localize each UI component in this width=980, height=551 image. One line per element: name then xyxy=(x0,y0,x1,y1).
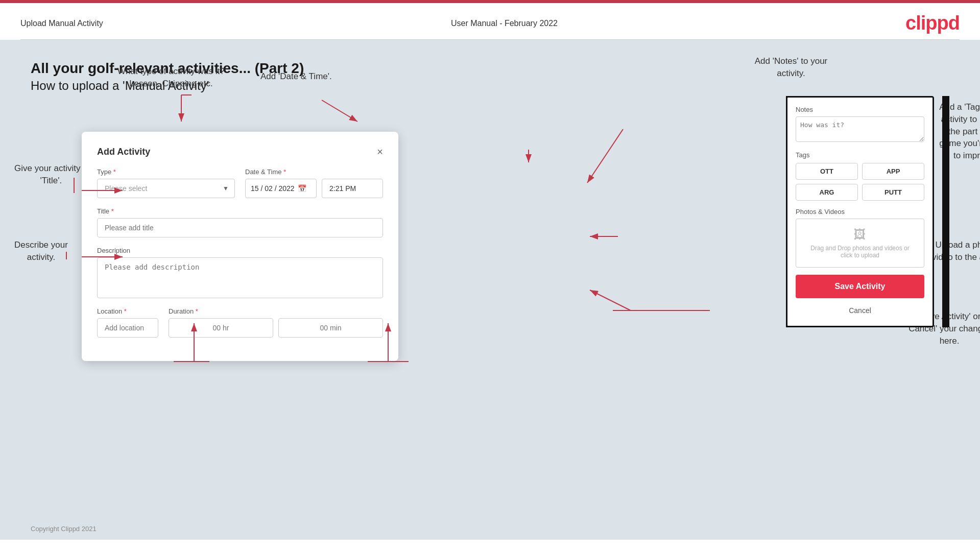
header-right: clippd xyxy=(905,12,960,34)
tag-arg[interactable]: ARG xyxy=(796,184,858,201)
time-input[interactable]: 2:21 PM xyxy=(322,179,383,198)
header: Upload Manual Activity User Manual - Feb… xyxy=(0,3,980,39)
save-activity-button[interactable]: Save Activity xyxy=(796,275,924,298)
datetime-label: Date & Time * xyxy=(245,168,383,176)
notes-label: Notes xyxy=(796,106,924,113)
logo: clippd xyxy=(905,12,960,34)
photos-label: Photos & Videos xyxy=(796,208,924,215)
datetime-group: Date & Time * 15 / 02 / 2022 📅 2:21 PM xyxy=(245,168,383,198)
type-group: Type * Please select ▼ xyxy=(97,168,235,198)
annotation-title: Give your activity a'Title'. xyxy=(14,162,88,187)
description-textarea[interactable] xyxy=(97,257,383,298)
title-input[interactable] xyxy=(97,218,383,237)
title-group: Title * xyxy=(97,207,383,237)
add-activity-dialog: Add Activity × Type * Please select ▼ Da… xyxy=(82,132,398,361)
svg-line-13 xyxy=(587,129,623,183)
dialog-header: Add Activity × xyxy=(97,146,383,158)
duration-group: Duration * xyxy=(169,307,383,338)
location-input[interactable] xyxy=(97,318,158,338)
dialog-close-button[interactable]: × xyxy=(377,146,383,158)
type-datetime-row: Type * Please select ▼ Date & Time * 15 … xyxy=(97,168,383,198)
dialog-wrapper: Add Activity × Type * Please select ▼ Da… xyxy=(82,132,398,361)
phone-screen: Notes Tags OTT APP ARG PUTT Photos & Vid… xyxy=(786,96,934,327)
tags-label: Tags xyxy=(796,151,924,159)
location-label: Location * xyxy=(97,307,158,315)
datetime-inputs: 15 / 02 / 2022 📅 2:21 PM xyxy=(245,179,383,198)
svg-line-3 xyxy=(322,100,357,122)
location-duration-row: Location * Duration * xyxy=(97,307,383,338)
time-value: 2:21 PM xyxy=(329,184,356,193)
phone-panel: Add 'Notes' to youractivity. Add a 'Tag'… xyxy=(786,96,949,327)
annotation-datetime: Add 'Date & Time'. xyxy=(260,70,332,83)
tags-grid: OTT APP ARG PUTT xyxy=(796,163,924,201)
annotation-description: Describe youractivity. xyxy=(14,239,68,263)
description-label: Description xyxy=(97,247,383,254)
description-group: Description xyxy=(97,247,383,298)
photo-drop-text: Drag and Drop photos and videos orclick … xyxy=(804,245,916,259)
location-group: Location * xyxy=(97,307,158,338)
duration-inputs xyxy=(169,318,383,338)
type-label: Type * xyxy=(97,168,235,176)
type-select-wrapper: Please select ▼ xyxy=(97,179,235,198)
annotation-notes: Add 'Notes' to youractivity. xyxy=(735,55,847,80)
phone-side-right xyxy=(942,96,949,327)
cancel-button[interactable]: Cancel xyxy=(796,303,924,318)
header-left: Upload Manual Activity xyxy=(20,19,103,28)
tag-app[interactable]: APP xyxy=(862,163,924,180)
dialog-title: Add Activity xyxy=(97,147,150,157)
photo-drop-zone[interactable]: 🖼 Drag and Drop photos and videos orclic… xyxy=(796,219,924,268)
date-value: 15 / 02 / 2022 xyxy=(251,184,295,193)
date-input[interactable]: 15 / 02 / 2022 📅 xyxy=(245,179,317,198)
header-center: User Manual - February 2022 xyxy=(451,19,558,28)
notes-textarea[interactable] xyxy=(796,116,924,142)
tag-putt[interactable]: PUTT xyxy=(862,184,924,201)
duration-min-input[interactable] xyxy=(278,318,383,338)
photo-icon: 🖼 xyxy=(804,227,916,242)
copyright: Copyright Clippd 2021 xyxy=(31,525,97,533)
svg-line-15 xyxy=(590,290,631,310)
tag-ott[interactable]: OTT xyxy=(796,163,858,180)
phone-container: Notes Tags OTT APP ARG PUTT Photos & Vid… xyxy=(786,96,949,327)
main-content: All your golf-relevant activities... (Pa… xyxy=(0,40,980,540)
duration-label: Duration * xyxy=(169,307,383,315)
title-label: Title * xyxy=(97,207,383,215)
annotation-type: What type of activity was it?Lesson, Chi… xyxy=(117,65,225,90)
duration-hr-input[interactable] xyxy=(169,318,273,338)
type-select[interactable]: Please select xyxy=(97,179,235,198)
calendar-icon: 📅 xyxy=(298,184,306,193)
